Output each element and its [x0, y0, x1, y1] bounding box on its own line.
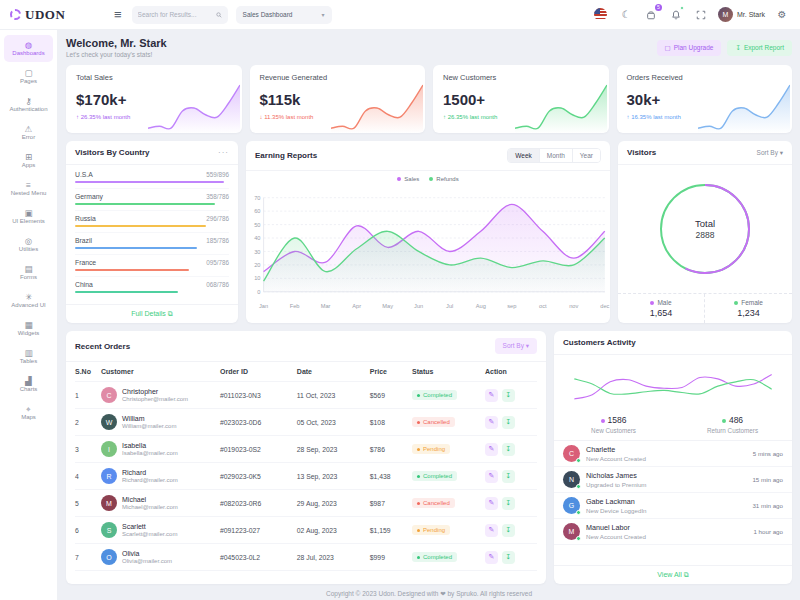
stat-card-orders-received[interactable]: Orders Received 30k+ ↑ 16.35% last month: [617, 65, 793, 133]
language-flag-icon[interactable]: [593, 7, 609, 23]
tab-year[interactable]: Year: [573, 149, 600, 162]
svg-text:20: 20: [254, 262, 260, 268]
utilities-icon: ◎: [25, 237, 32, 246]
sidebar-item-error[interactable]: ⚠ Error: [4, 119, 53, 146]
download-button[interactable]: ↧: [502, 497, 515, 510]
tab-month[interactable]: Month: [540, 149, 573, 162]
stat-card-new-customers[interactable]: New Customers 1500+ ↑ 26.35% last month: [433, 65, 609, 133]
edit-button[interactable]: ✎: [485, 551, 498, 564]
activity-item[interactable]: C Charlette New Account Created 5 mins a…: [554, 441, 792, 467]
activity-item[interactable]: M Manuel Labor New Account Created 1 hou…: [554, 519, 792, 545]
search-box[interactable]: [132, 6, 228, 24]
table-row[interactable]: 7 O Olivia Olivia@mailer.com #045023-0L2…: [75, 544, 537, 571]
sidebar-item-advanced-ui[interactable]: ✳ Advanced UI: [4, 287, 53, 314]
status-badge: Completed: [412, 390, 457, 400]
status-badge: Pending: [412, 444, 450, 454]
sidebar-item-forms[interactable]: ▤ Forms: [4, 259, 53, 286]
customers-activity-card: Customers Activity 1586 New Customers 48…: [554, 331, 792, 584]
visitors-sort-by[interactable]: Sort By ▾: [757, 149, 783, 157]
new-customers-dot: [601, 419, 605, 423]
customers-activity-title: Customers Activity: [563, 338, 636, 347]
orders-sort-by-button[interactable]: Sort By ▾: [495, 338, 537, 354]
table-row[interactable]: 4 R Richard Richard@mailer.com #029023-0…: [75, 463, 537, 490]
status-badge: Cancelled: [412, 417, 455, 427]
order-id: #029023-0K5: [220, 473, 297, 480]
customers-activity-legend: 1586 New Customers 486 Return Customers: [554, 411, 792, 441]
orders-table: S.NoCustomerOrder IDDatePriceStatusActio…: [66, 362, 546, 584]
dark-mode-icon[interactable]: ☾: [618, 7, 634, 23]
table-row[interactable]: 3 I Isabella Isabella@mailer.com #019023…: [75, 436, 537, 463]
sidebar-item-charts[interactable]: ▟ Charts: [4, 371, 53, 398]
dashboard-select[interactable]: Sales Dashboard ▾: [236, 6, 332, 24]
user-name: Mr. Stark: [737, 11, 765, 18]
customer-avatar: W: [101, 414, 117, 430]
download-button[interactable]: ↧: [502, 416, 515, 429]
download-button[interactable]: ↧: [502, 443, 515, 456]
sidebar-item-ui-elements[interactable]: ▣ UI Elements: [4, 203, 53, 230]
svg-text:70: 70: [254, 195, 260, 201]
sidebar-item-pages[interactable]: ▢ Pages: [4, 63, 53, 90]
hamburger-menu-icon[interactable]: ≡: [114, 7, 122, 22]
table-row[interactable]: 5 M Michael Michael@mailer.com #082023-0…: [75, 490, 537, 517]
user-menu[interactable]: M Mr. Stark: [718, 7, 765, 22]
order-id: #023023-0D6: [220, 419, 297, 426]
app-logo[interactable]: UDON: [10, 7, 106, 23]
table-row[interactable]: 2 W William William@mailer.com #023023-0…: [75, 409, 537, 436]
period-tabs: Week Month Year: [507, 148, 601, 163]
activity-item[interactable]: N Nicholas James Upgraded to Premium 15 …: [554, 467, 792, 493]
earning-reports-card: Earning Reports Week Month Year Sales Re…: [246, 141, 610, 323]
export-report-button[interactable]: ↧ Export Report: [727, 40, 792, 56]
download-button[interactable]: ↧: [502, 389, 515, 402]
column-status: Status: [412, 368, 485, 375]
table-row[interactable]: 6 S Scarlett Scarlett@mailer.com #091223…: [75, 517, 537, 544]
order-price: $1,159: [370, 527, 412, 534]
fullscreen-icon[interactable]: [693, 7, 709, 23]
search-icon: [216, 11, 222, 19]
edit-button[interactable]: ✎: [485, 389, 498, 402]
more-options-icon[interactable]: ···: [218, 148, 229, 157]
cart-icon[interactable]: 5: [643, 7, 659, 23]
page-subtitle: Let's check your today's stats!: [66, 51, 167, 58]
visitors-donut-chart: Total 2888: [653, 177, 757, 281]
activity-item[interactable]: G Gabe Lackman New Device LoggedIn 31 mi…: [554, 493, 792, 519]
stat-card-total-sales[interactable]: Total Sales $170k+ ↑ 26.35% last month: [66, 65, 242, 133]
plan-upgrade-button[interactable]: ▢ Plan Upgrade: [657, 40, 722, 56]
sidebar-item-apps[interactable]: ⊞ Apps: [4, 147, 53, 174]
country-progress-bar: [75, 181, 224, 183]
welcome-section: Welcome, Mr. Stark Let's check your toda…: [66, 37, 792, 58]
activity-avatar: M: [563, 523, 580, 540]
sidebar-item-authentication[interactable]: ⚷ Authentication: [4, 91, 53, 118]
full-details-link[interactable]: Full Details ⧉: [66, 304, 238, 323]
authentication-icon: ⚷: [25, 97, 31, 106]
notifications-bell-icon[interactable]: [668, 7, 684, 23]
sidebar-item-maps[interactable]: ⌖ Maps: [4, 399, 53, 426]
notification-dot: [680, 6, 684, 10]
edit-button[interactable]: ✎: [485, 524, 498, 537]
edit-button[interactable]: ✎: [485, 497, 498, 510]
table-row[interactable]: 1 C Christopher Christopher@mailer.com #…: [75, 382, 537, 409]
sidebar-item-widgets[interactable]: ▦ Widgets: [4, 315, 53, 342]
download-button[interactable]: ↧: [502, 524, 515, 537]
svg-text:nov: nov: [569, 303, 578, 309]
forms-icon: ▤: [24, 265, 32, 274]
view-all-link[interactable]: View All ⧉: [554, 565, 792, 584]
earning-reports-chart: 010203040506070JanFebMarAprMayJunJulAugs…: [246, 182, 610, 323]
sidebar-item-tables[interactable]: ▥ Tables: [4, 343, 53, 370]
search-input[interactable]: [138, 11, 212, 18]
country-progress-bar: [75, 225, 206, 227]
sidebar-item-utilities[interactable]: ◎ Utilities: [4, 231, 53, 258]
settings-gear-icon[interactable]: ⚙: [774, 7, 790, 23]
activity-avatar: G: [563, 497, 580, 514]
download-button[interactable]: ↧: [502, 470, 515, 483]
status-badge: Pending: [412, 525, 450, 535]
tab-week[interactable]: Week: [508, 149, 540, 162]
edit-button[interactable]: ✎: [485, 443, 498, 456]
edit-button[interactable]: ✎: [485, 416, 498, 429]
sidebar-item-dashboards[interactable]: ◍ Dashboards: [4, 35, 53, 62]
country-row-russia: Russia296/786: [75, 211, 229, 233]
sidebar-item-nested-menu[interactable]: ≡ Nested Menu: [4, 175, 53, 202]
dashboards-icon: ◍: [25, 41, 32, 50]
stat-card-revenue-generated[interactable]: Revenue Generated $115k ↓ 11.35% last mo…: [250, 65, 426, 133]
download-button[interactable]: ↧: [502, 551, 515, 564]
edit-button[interactable]: ✎: [485, 470, 498, 483]
